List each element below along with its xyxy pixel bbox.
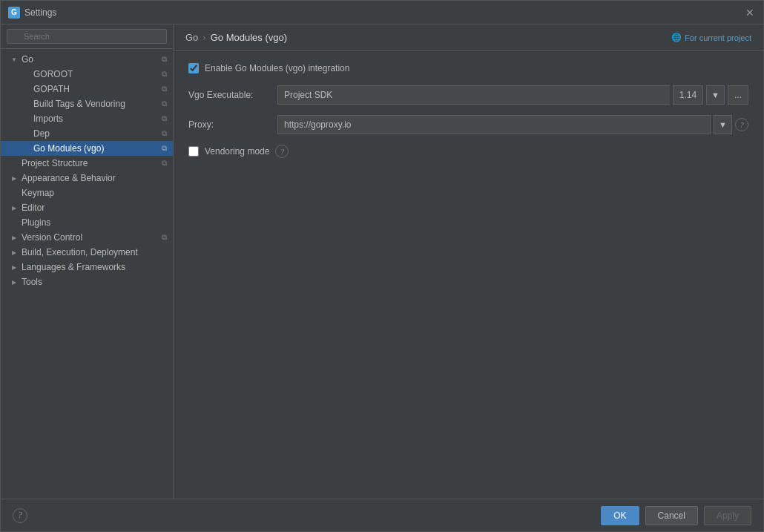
sidebar-item-keymap[interactable]: Keymap	[1, 185, 173, 200]
ok-button[interactable]: OK	[601, 506, 639, 525]
sidebar-item-tools[interactable]: Tools	[1, 275, 173, 289]
content-area: 🔍 Go ⧉ GOROOT ⧉ GOPATH	[1, 24, 763, 499]
vendoring-row: Vendoring mode ?	[188, 145, 748, 158]
sidebar-item-goroot[interactable]: GOROOT ⧉	[1, 67, 173, 82]
sidebar-item-go-modules-label: Go Modules (vgo)	[33, 143, 104, 154]
proxy-label: Proxy:	[188, 119, 277, 130]
version-badge: 1.14	[673, 85, 703, 105]
sidebar-item-go-modules[interactable]: Go Modules (vgo) ⧉	[1, 141, 173, 156]
sidebar-item-tools-label: Tools	[22, 277, 42, 287]
vgo-dots-button[interactable]: ...	[728, 85, 748, 105]
sidebar-item-dep[interactable]: Dep ⧉	[1, 126, 173, 141]
breadcrumb: Go › Go Modules (vgo)	[185, 32, 287, 43]
search-box: 🔍	[1, 24, 173, 49]
sidebar-item-vc-label: Version Control	[22, 232, 82, 243]
settings-dialog: G Settings ✕ 🔍 Go ⧉	[0, 0, 764, 532]
sidebar-item-go[interactable]: Go ⧉	[1, 52, 173, 67]
proxy-dropdown-button[interactable]: ▼	[714, 115, 732, 134]
proxy-row: Proxy: ▼ ?	[188, 115, 748, 134]
vendoring-label: Vendoring mode	[205, 146, 269, 157]
enable-label: Enable Go Modules (vgo) integration	[205, 63, 349, 73]
search-wrapper: 🔍	[7, 29, 167, 44]
footer-right: OK Cancel Apply	[601, 506, 751, 525]
tree-arrow-tools	[10, 278, 19, 286]
breadcrumb-arrow: ›	[202, 32, 205, 43]
vgo-executable-value: Project SDK	[277, 85, 670, 105]
help-button[interactable]: ?	[13, 508, 27, 523]
nav-tree: Go ⧉ GOROOT ⧉ GOPATH ⧉ Build Tags & Vend…	[1, 49, 173, 499]
sidebar-item-build-exec[interactable]: Build, Execution, Deployment	[1, 245, 173, 260]
tree-arrow-lang	[10, 263, 19, 272]
copy-icon-vc: ⧉	[162, 233, 167, 242]
sidebar-item-project-structure[interactable]: Project Structure ⧉	[1, 156, 173, 171]
cancel-button[interactable]: Cancel	[645, 506, 698, 525]
for-project-label: For current project	[685, 33, 751, 42]
sidebar-item-plugins[interactable]: Plugins	[1, 215, 173, 230]
settings-content: Enable Go Modules (vgo) integration Vgo …	[174, 51, 763, 499]
copy-icon-goroot: ⧉	[162, 70, 167, 79]
copy-icon: ⧉	[162, 55, 167, 64]
proxy-help-icon[interactable]: ?	[735, 118, 748, 131]
vgo-executable-row: Vgo Executable: Project SDK 1.14 ▼ ...	[188, 85, 748, 105]
sidebar-item-project-label: Project Structure	[22, 158, 88, 168]
vgo-dropdown-button[interactable]: ▼	[706, 85, 725, 105]
title-bar-left: G Settings	[8, 7, 56, 19]
tree-arrow-editor	[10, 203, 19, 212]
vendoring-checkbox[interactable]	[188, 146, 199, 157]
sidebar-item-version-control[interactable]: Version Control ⧉	[1, 230, 173, 245]
footer-left: ?	[13, 508, 27, 523]
main-header: Go › Go Modules (vgo) 🌐 For current proj…	[174, 24, 763, 51]
app-icon: G	[8, 7, 20, 19]
tree-arrow-vc	[10, 233, 19, 242]
dialog-title: Settings	[24, 7, 56, 18]
breadcrumb-current: Go Modules (vgo)	[211, 32, 287, 43]
sidebar: 🔍 Go ⧉ GOROOT ⧉ GOPATH	[1, 24, 174, 499]
sidebar-item-appearance[interactable]: Appearance & Behavior	[1, 171, 173, 185]
apply-button[interactable]: Apply	[704, 506, 751, 525]
vgo-executable-label: Vgo Executable:	[188, 90, 277, 100]
copy-icon-project: ⧉	[162, 159, 167, 168]
copy-icon-build: ⧉	[162, 99, 167, 108]
sidebar-item-lang-label: Languages & Frameworks	[22, 262, 125, 272]
sidebar-item-imports[interactable]: Imports ⧉	[1, 111, 173, 126]
sidebar-item-appearance-label: Appearance & Behavior	[22, 173, 116, 183]
sidebar-item-editor-label: Editor	[22, 203, 45, 213]
sidebar-item-dep-label: Dep	[33, 128, 50, 139]
proxy-input[interactable]	[277, 115, 711, 134]
sidebar-item-go-label: Go	[22, 54, 33, 65]
sidebar-item-gopath[interactable]: GOPATH ⧉	[1, 82, 173, 96]
sidebar-item-build-tags[interactable]: Build Tags & Vendoring ⧉	[1, 96, 173, 111]
copy-icon-go-modules: ⧉	[162, 144, 167, 153]
for-project-button[interactable]: 🌐 For current project	[671, 33, 751, 42]
sidebar-item-editor[interactable]: Editor	[1, 200, 173, 215]
copy-icon-dep: ⧉	[162, 129, 167, 138]
sidebar-item-be-label: Build, Execution, Deployment	[22, 247, 138, 257]
title-bar: G Settings ✕	[1, 1, 763, 24]
proxy-control: ▼ ?	[277, 115, 748, 134]
enable-checkbox-row: Enable Go Modules (vgo) integration	[188, 63, 748, 73]
sidebar-item-plugins-label: Plugins	[22, 217, 50, 228]
sidebar-item-imports-label: Imports	[33, 114, 63, 124]
tree-arrow-go	[10, 55, 19, 64]
sidebar-item-goroot-label: GOROOT	[33, 69, 73, 79]
tree-arrow-be	[10, 248, 19, 257]
search-input[interactable]	[7, 29, 167, 44]
copy-icon-imports: ⧉	[162, 114, 167, 123]
sidebar-item-gopath-label: GOPATH	[33, 84, 70, 94]
enable-checkbox[interactable]	[188, 63, 199, 73]
sidebar-item-languages[interactable]: Languages & Frameworks	[1, 260, 173, 275]
breadcrumb-parent: Go	[185, 32, 198, 43]
vgo-executable-control: Project SDK 1.14 ▼ ...	[277, 85, 748, 105]
footer: ? OK Cancel Apply	[1, 499, 763, 531]
close-button[interactable]: ✕	[744, 7, 756, 19]
sidebar-item-build-label: Build Tags & Vendoring	[33, 99, 125, 109]
tree-arrow-appearance	[10, 174, 19, 183]
sidebar-item-keymap-label: Keymap	[22, 188, 54, 198]
vendoring-help-icon[interactable]: ?	[275, 145, 289, 158]
globe-icon: 🌐	[671, 33, 682, 42]
main-panel: Go › Go Modules (vgo) 🌐 For current proj…	[174, 24, 763, 499]
copy-icon-gopath: ⧉	[162, 85, 167, 93]
